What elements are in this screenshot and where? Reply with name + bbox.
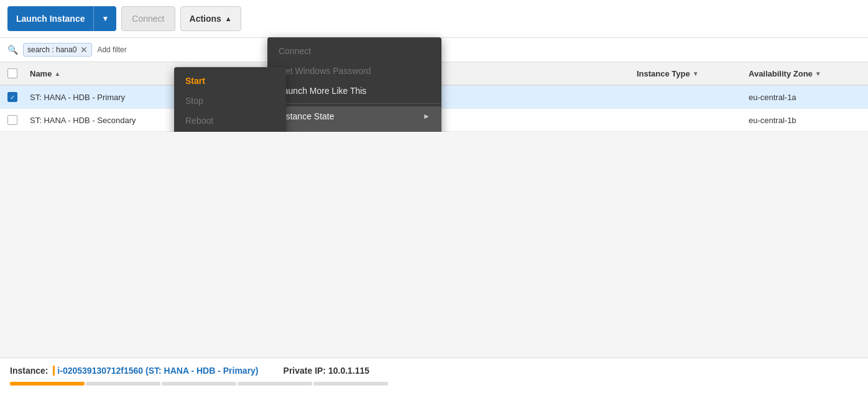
menu-item-launch-more[interactable]: Launch More Like This bbox=[267, 81, 441, 101]
row-checkbox-1[interactable]: ✓ bbox=[7, 92, 17, 102]
row-az-2: eu-central-1b bbox=[744, 109, 868, 131]
search-icon: 🔍 bbox=[7, 45, 18, 55]
submenu-item-terminate[interactable]: Terminate bbox=[174, 131, 286, 132]
search-tag-text: search : hana0 bbox=[27, 45, 76, 54]
launch-instance-dropdown-arrow[interactable]: ▼ bbox=[94, 6, 116, 31]
launch-instance-button[interactable]: Launch Instance ▼ bbox=[7, 6, 116, 31]
search-tag-close-icon[interactable]: ✕ bbox=[80, 45, 88, 55]
az-sort-icon: ▼ bbox=[815, 70, 821, 77]
actions-arrow-icon: ▲ bbox=[225, 15, 232, 22]
header-checkbox-cell bbox=[0, 62, 25, 85]
search-tag[interactable]: search : hana0 ✕ bbox=[23, 43, 92, 57]
row-checkbox-cell-2 bbox=[0, 109, 25, 131]
connect-button[interactable]: Connect bbox=[121, 6, 175, 31]
submenu-item-stop[interactable]: Stop bbox=[174, 91, 286, 111]
actions-label: Actions bbox=[190, 14, 221, 24]
menu-item-connect[interactable]: Connect bbox=[267, 41, 441, 61]
menu-item-instance-state[interactable]: Instance State ► bbox=[267, 106, 441, 126]
instance-type-sort-icon: ▼ bbox=[693, 70, 699, 77]
name-sort-icon: ▲ bbox=[54, 70, 60, 77]
row-az-1: eu-central-1a bbox=[744, 86, 868, 108]
row-instance-type-2 bbox=[632, 114, 744, 126]
menu-divider-1 bbox=[267, 103, 441, 104]
row-checkbox-cell-1: ✓ bbox=[0, 86, 25, 108]
menu-item-get-windows-password[interactable]: Get Windows Password bbox=[267, 61, 441, 81]
actions-button[interactable]: Actions ▲ bbox=[180, 6, 241, 31]
instance-state-submenu: Start Stop Reboot Terminate bbox=[174, 67, 286, 132]
header-instance-type[interactable]: Instance Type ▼ bbox=[632, 63, 744, 85]
select-all-checkbox[interactable] bbox=[7, 68, 17, 78]
add-filter-button[interactable]: Add filter bbox=[97, 45, 126, 54]
row-checkbox-2[interactable] bbox=[7, 115, 17, 125]
header-availability-zone[interactable]: Availability Zone ▼ bbox=[744, 63, 868, 85]
submenu-item-start[interactable]: Start bbox=[174, 71, 286, 91]
submenu-item-reboot[interactable]: Reboot bbox=[174, 111, 286, 131]
submenu-arrow-icon: ► bbox=[423, 112, 430, 121]
row-instance-type-1 bbox=[632, 91, 744, 103]
toolbar: Launch Instance ▼ Connect Actions ▲ Conn… bbox=[0, 0, 868, 38]
actions-dropdown-menu: Connect Get Windows Password Launch More… bbox=[267, 37, 441, 132]
menu-item-instance-settings[interactable]: Instance Settings ► bbox=[267, 126, 441, 132]
launch-instance-label: Launch Instance bbox=[7, 6, 94, 31]
